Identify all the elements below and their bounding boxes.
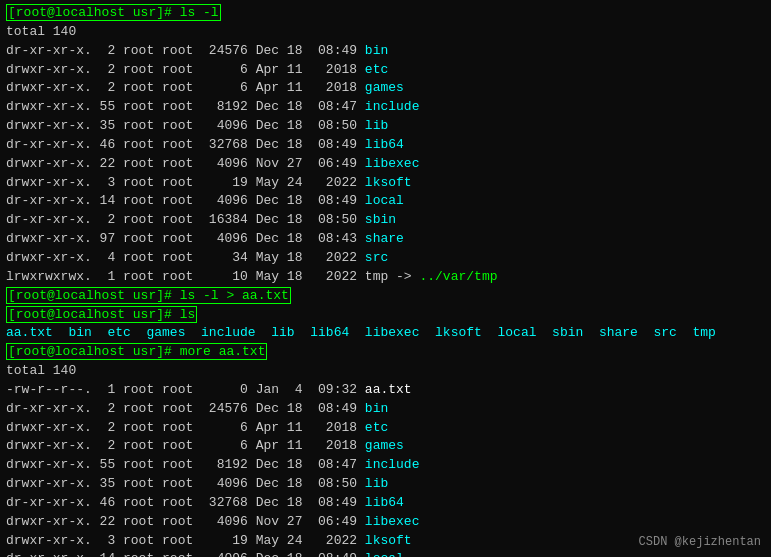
ls-row: drwxr-xr-x. 4 root root 34 May 18 2022 s… (6, 249, 765, 268)
total-line-1: total 140 (6, 23, 765, 42)
dir-name-src: src (365, 250, 388, 265)
ls-row: dr-xr-xr-x. 46 root root 32768 Dec 18 08… (6, 494, 765, 513)
dir-name-etc2: etc (365, 420, 388, 435)
prompt-box-4: [root@localhost usr]# more aa.txt (6, 343, 267, 360)
terminal: [root@localhost usr]# ls -l total 140 dr… (0, 0, 771, 557)
ls-row: dr-xr-xr-x. 2 root root 16384 Dec 18 08:… (6, 211, 765, 230)
ls-row: dr-xr-xr-x. 14 root root 4096 Dec 18 08:… (6, 192, 765, 211)
ls-row: drwxr-xr-x. 35 root root 4096 Dec 18 08:… (6, 117, 765, 136)
link-target-1: ../var/tmp (419, 269, 497, 284)
dir-name-include2: include (365, 457, 420, 472)
total-line-2: total 140 (6, 362, 765, 381)
ls-row: drwxr-xr-x. 2 root root 6 Apr 11 2018 ga… (6, 79, 765, 98)
ls-row: drwxr-xr-x. 3 root root 19 May 24 2022 l… (6, 174, 765, 193)
dir-name-lksoft: lksoft (365, 175, 412, 190)
dir-name-local2: local (365, 551, 404, 557)
dir-name-games2: games (365, 438, 404, 453)
prompt-text-2: [root@localhost usr]# ls -l > aa.txt (8, 288, 289, 303)
ls-output: aa.txt bin etc games include lib lib64 l… (6, 324, 765, 343)
command-redirect: [root@localhost usr]# ls -l > aa.txt (6, 287, 765, 306)
prompt-text-1: [root@localhost usr]# ls -l (8, 5, 219, 20)
dir-name-lib2: lib (365, 476, 388, 491)
prompt-box-1: [root@localhost usr]# ls -l (6, 4, 221, 21)
dir-name-bin: bin (365, 43, 388, 58)
ls-row: -rw-r--r--. 1 root root 0 Jan 4 09:32 aa… (6, 381, 765, 400)
prompt-box-3: [root@localhost usr]# ls (6, 306, 197, 323)
prompt-text-4: [root@localhost usr]# more aa.txt (8, 344, 265, 359)
ls-row: dr-xr-xr-x. 46 root root 32768 Dec 18 08… (6, 136, 765, 155)
ls-row: drwxr-xr-x. 55 root root 8192 Dec 18 08:… (6, 456, 765, 475)
ls-row: drwxr-xr-x. 2 root root 6 Apr 11 2018 et… (6, 419, 765, 438)
file-name-aatxt: aa.txt (365, 382, 412, 397)
dir-name-libexec: libexec (365, 156, 420, 171)
dir-name-games: games (365, 80, 404, 95)
ls-row: drwxr-xr-x. 35 root root 4096 Dec 18 08:… (6, 475, 765, 494)
ls-row: drwxr-xr-x. 2 root root 6 Apr 11 2018 et… (6, 61, 765, 80)
prompt-text-3: [root@localhost usr]# ls (8, 307, 195, 322)
ls-row: drwxr-xr-x. 55 root root 8192 Dec 18 08:… (6, 98, 765, 117)
dir-name-include: include (365, 99, 420, 114)
ls-row: drwxr-xr-x. 2 root root 6 Apr 11 2018 ga… (6, 437, 765, 456)
dir-name-sbin: sbin (365, 212, 396, 227)
command-more: [root@localhost usr]# more aa.txt (6, 343, 765, 362)
dir-name-lib: lib (365, 118, 388, 133)
dir-name-lib64: lib64 (365, 137, 404, 152)
dir-name-lib642: lib64 (365, 495, 404, 510)
dir-name-libexec2: libexec (365, 514, 420, 529)
prompt-box-2: [root@localhost usr]# ls -l > aa.txt (6, 287, 291, 304)
ls-row: dr-xr-xr-x. 2 root root 24576 Dec 18 08:… (6, 42, 765, 61)
ls-row: dr-xr-xr-x. 14 root root 4096 Dec 18 08:… (6, 550, 765, 557)
dir-name-share: share (365, 231, 404, 246)
ls-row-link: lrwxrwxrwx. 1 root root 10 May 18 2022 t… (6, 268, 765, 287)
watermark: CSDN @kejizhentan (639, 535, 761, 549)
dir-name-etc: etc (365, 62, 388, 77)
dir-name-bin2: bin (365, 401, 388, 416)
ls-row: drwxr-xr-x. 22 root root 4096 Nov 27 06:… (6, 155, 765, 174)
command-ls: [root@localhost usr]# ls (6, 306, 765, 325)
dir-name-local: local (365, 193, 404, 208)
ls-row: drwxr-xr-x. 97 root root 4096 Dec 18 08:… (6, 230, 765, 249)
ls-output-text: aa.txt bin etc games include lib lib64 l… (6, 325, 716, 340)
command-ls-l: [root@localhost usr]# ls -l (6, 4, 765, 23)
ls-row: drwxr-xr-x. 22 root root 4096 Nov 27 06:… (6, 513, 765, 532)
dir-name-lksoft2: lksoft (365, 533, 412, 548)
ls-row: dr-xr-xr-x. 2 root root 24576 Dec 18 08:… (6, 400, 765, 419)
